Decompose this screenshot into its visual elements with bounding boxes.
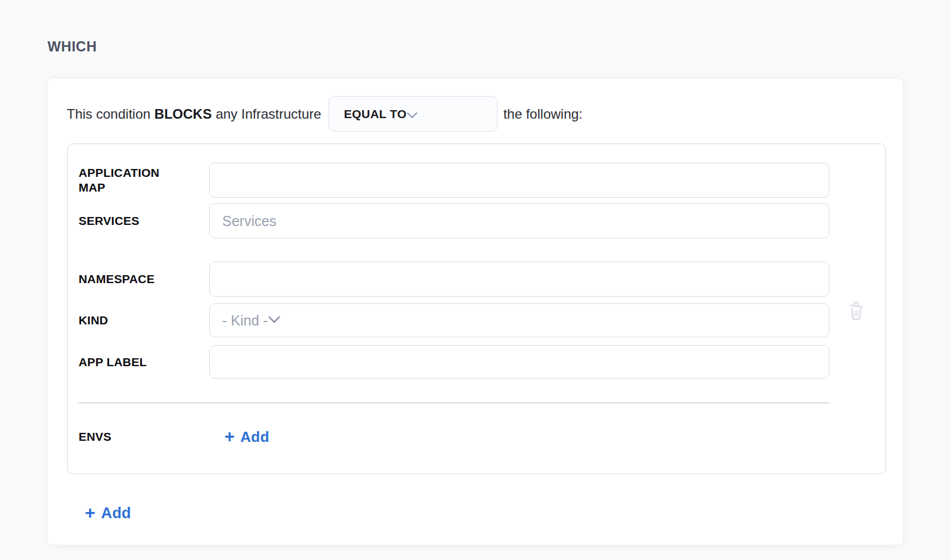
field-label: SERVICES	[79, 214, 183, 228]
condition-prefix: This condition	[67, 106, 150, 122]
add-condition-button[interactable]: + Add	[85, 504, 131, 522]
field-label: APP LABEL	[79, 355, 183, 370]
field-row: KIND - Kind -	[79, 303, 885, 337]
operator-selected-value: EQUAL TO	[344, 107, 407, 121]
field-label: ENVS	[79, 429, 183, 444]
condition-middle: any Infrastructure	[215, 106, 321, 122]
field-label: APPLICATION MAP	[79, 166, 183, 195]
condition-card: This condition BLOCKS any Infrastructure…	[47, 78, 904, 545]
envs-row: ENVS + Add	[79, 421, 885, 453]
add-env-label: Add	[240, 428, 269, 446]
section-divider	[79, 402, 829, 403]
app-label-input[interactable]	[209, 345, 829, 379]
page-title: WHICH	[47, 38, 97, 55]
add-env-button[interactable]: + Add	[224, 428, 269, 446]
operator-select[interactable]: EQUAL TO	[328, 96, 498, 132]
trash-icon	[848, 315, 865, 323]
field-row: NAMESPACE	[79, 262, 885, 297]
condition-verb: BLOCKS	[154, 106, 211, 122]
field-label: KIND	[79, 313, 183, 328]
which-condition-page: WHICH This condition BLOCKS any Infrastr…	[0, 0, 951, 560]
condition-suffix: the following:	[503, 106, 582, 122]
field-row: SERVICES	[79, 203, 885, 238]
add-condition-label: Add	[101, 505, 131, 522]
chevron-down-icon	[407, 106, 418, 122]
delete-row-button[interactable]	[848, 298, 865, 322]
infrastructure-fields-panel: APPLICATION MAP SERVICES NAMESPACE KIND …	[67, 144, 886, 474]
kind-select[interactable]: - Kind -	[209, 303, 829, 337]
kind-select-placeholder: - Kind -	[222, 312, 268, 329]
field-row: APP LABEL	[79, 345, 885, 379]
field-label: NAMESPACE	[79, 272, 183, 286]
application-map-input[interactable]	[209, 163, 829, 198]
plus-icon: +	[85, 503, 96, 522]
field-row: APPLICATION MAP	[79, 163, 885, 198]
plus-icon: +	[224, 428, 235, 445]
condition-sentence: This condition BLOCKS any Infrastructure…	[67, 96, 885, 132]
chevron-down-icon	[268, 315, 280, 325]
namespace-input[interactable]	[209, 262, 829, 297]
services-input[interactable]	[209, 203, 829, 238]
